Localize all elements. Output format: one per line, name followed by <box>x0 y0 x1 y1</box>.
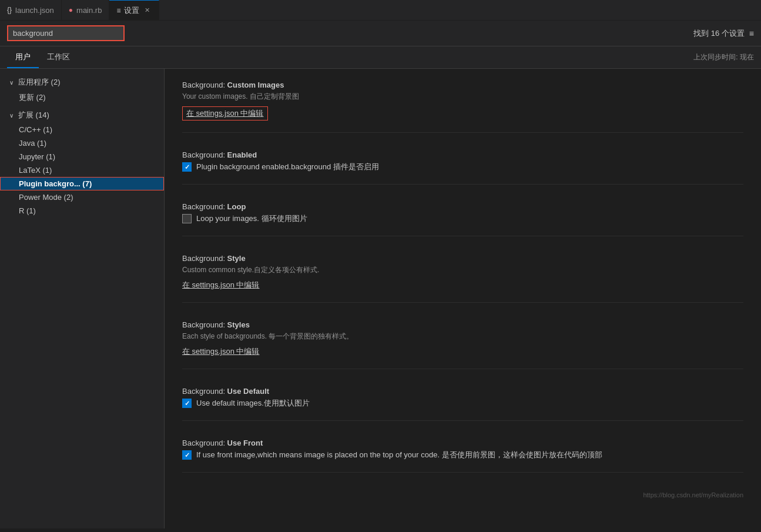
sidebar-item-power-mode[interactable]: Power Mode (2) <box>0 190 164 204</box>
setting-styles: Background: Styles Each style of backgro… <box>182 320 743 369</box>
edit-json-link-style[interactable]: 在 settings.json 中编辑 <box>182 280 260 290</box>
setting-title-use-default: Background: Use Default <box>182 387 743 396</box>
main-rb-icon: ● <box>69 6 73 14</box>
sidebar-item-r[interactable]: R (1) <box>0 204 164 218</box>
scope-tabs: 用户 工作区 上次同步时间: 现在 <box>0 46 761 69</box>
sidebar-item-latex[interactable]: LaTeX (1) <box>0 163 164 177</box>
checkbox-use-front[interactable]: ✓ <box>182 450 192 460</box>
setting-title-loop: Background: Loop <box>182 202 743 211</box>
checkmark-icon: ✓ <box>185 163 190 171</box>
watermark-area: https://blog.csdn.net/myRealization <box>182 490 743 499</box>
sidebar-item-plugin-bg[interactable]: Plugin backgro... (7) <box>0 177 164 190</box>
scope-tab-group: 用户 工作区 <box>7 47 78 68</box>
tab-close-button[interactable]: ✕ <box>143 5 152 15</box>
checkbox-enabled[interactable]: ✓ <box>182 162 192 172</box>
checkbox-label-enabled: Plugin background enabled.background 插件是… <box>196 162 379 172</box>
result-count-text: 找到 16 个设置 <box>693 28 745 39</box>
setting-desc-custom-images: Your custom images. 自己定制背景图 <box>182 92 743 102</box>
setting-loop: Background: Loop Loop your images. 循环使用图… <box>182 202 743 236</box>
tab-main-rb[interactable]: ● main.rb <box>62 0 110 20</box>
sidebar-section-yingyong: ∨ 应用程序 (2) 更新 (2) <box>0 73 164 106</box>
search-bar: 找到 16 个设置 ≡ <box>0 21 761 46</box>
sidebar-section-kuozhan: ∨ 扩展 (14) C/C++ (1) Java (1) Jupyter (1)… <box>0 106 164 219</box>
checkbox-label-loop: Loop your images. 循环使用图片 <box>196 213 307 224</box>
setting-enabled: Background: Enabled ✓ Plugin background … <box>182 150 743 185</box>
search-result-count: 找到 16 个设置 ≡ <box>693 28 754 39</box>
checkbox-use-default[interactable]: ✓ <box>182 399 192 408</box>
tab-bar: {} launch.json ● main.rb ≡ 设置 ✕ <box>0 0 761 21</box>
sidebar-item-gengxin[interactable]: 更新 (2) <box>0 90 164 105</box>
sidebar: ∨ 应用程序 (2) 更新 (2) ∨ 扩展 (14) C/C++ (1) Ja… <box>0 69 165 528</box>
sidebar-item-cpp[interactable]: C/C++ (1) <box>0 123 164 136</box>
setting-desc-style: Custom common style.自定义各项公有样式. <box>182 265 743 275</box>
checkbox-row-enabled: ✓ Plugin background enabled.background 插… <box>182 162 743 172</box>
checkmark-icon: ✓ <box>185 400 190 407</box>
setting-title-enabled: Background: Enabled <box>182 150 743 159</box>
sidebar-item-jupyter[interactable]: Jupyter (1) <box>0 150 164 163</box>
checkmark-icon: ✓ <box>185 451 190 459</box>
checkbox-loop[interactable] <box>182 214 192 223</box>
search-input[interactable] <box>7 25 125 41</box>
checkbox-label-use-default: Use default images.使用默认图片 <box>196 398 310 409</box>
sidebar-item-java[interactable]: Java (1) <box>0 136 164 150</box>
tab-settings[interactable]: ≡ 设置 ✕ <box>109 0 159 20</box>
tab-launch-json[interactable]: {} launch.json <box>0 0 62 20</box>
setting-title-use-front: Background: Use Front <box>182 439 743 447</box>
setting-use-front: Background: Use Front ✓ If use front ima… <box>182 439 743 473</box>
edit-json-link-styles[interactable]: 在 settings.json 中编辑 <box>182 346 260 357</box>
tab-label: 设置 <box>124 5 139 16</box>
tab-label: launch.json <box>15 6 54 15</box>
checkbox-row-use-front: ✓ If use front image,which means image i… <box>182 450 743 460</box>
checkbox-label-use-front: If use front image,which means image is … <box>196 450 602 460</box>
setting-desc-styles: Each style of backgrounds. 每一个背景图的独有样式。 <box>182 332 743 342</box>
setting-style: Background: Style Custom common style.自定… <box>182 254 743 303</box>
filter-icon[interactable]: ≡ <box>749 29 754 38</box>
chevron-down-icon: ∨ <box>9 79 14 86</box>
settings-icon: ≡ <box>116 6 120 15</box>
tab-user[interactable]: 用户 <box>7 47 39 68</box>
sync-text: 上次同步时间: 现在 <box>693 52 754 62</box>
checkbox-row-loop: Loop your images. 循环使用图片 <box>182 213 743 224</box>
setting-title-custom-images: Background: Custom Images <box>182 81 743 89</box>
chevron-down-icon: ∨ <box>9 112 14 119</box>
launch-json-icon: {} <box>7 6 12 14</box>
tab-workspace[interactable]: 工作区 <box>39 47 78 68</box>
main-layout: ∨ 应用程序 (2) 更新 (2) ∨ 扩展 (14) C/C++ (1) Ja… <box>0 69 761 528</box>
checkbox-row-use-default: ✓ Use default images.使用默认图片 <box>182 398 743 409</box>
sidebar-group-yingyong[interactable]: ∨ 应用程序 (2) <box>0 75 164 90</box>
edit-json-link-custom-images[interactable]: 在 settings.json 中编辑 <box>182 106 268 121</box>
setting-title-style: Background: Style <box>182 254 743 263</box>
watermark-text: https://blog.csdn.net/myRealization <box>643 491 743 498</box>
setting-custom-images: Background: Custom Images Your custom im… <box>182 81 743 133</box>
setting-use-default: Background: Use Default ✓ Use default im… <box>182 387 743 421</box>
tab-label: main.rb <box>76 6 102 15</box>
sidebar-group-kuozhan[interactable]: ∨ 扩展 (14) <box>0 108 164 123</box>
content-panel: Background: Custom Images Your custom im… <box>165 69 761 528</box>
setting-title-styles: Background: Styles <box>182 320 743 329</box>
search-input-wrapper <box>7 25 125 41</box>
